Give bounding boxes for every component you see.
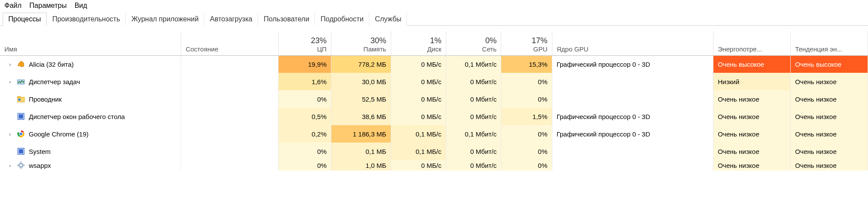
energy-cell: Очень низкое: [713, 125, 790, 143]
menubar: Файл Параметры Вид: [0, 0, 868, 12]
trend-cell: Очень низкое: [790, 160, 868, 170]
explorer-icon: [17, 95, 25, 103]
tab-users[interactable]: Пользователи: [258, 13, 315, 26]
tab-details[interactable]: Подробности: [315, 13, 369, 26]
col-gpu[interactable]: 17% GPU: [501, 31, 552, 55]
svg-rect-3: [18, 99, 21, 101]
trend-cell: Очень низкое: [790, 125, 868, 143]
cpu-cell: 0,5%: [278, 108, 331, 125]
mem-cell: 0,1 МБ: [331, 143, 391, 160]
net-cell: 0 Мбит/с: [446, 90, 501, 108]
col-name[interactable]: Имя: [0, 31, 181, 55]
tab-services[interactable]: Службы: [369, 13, 407, 26]
disk-cell: 0 МБ/с: [391, 160, 446, 170]
mem-cell: 778,2 МБ: [331, 55, 391, 73]
menu-file[interactable]: Файл: [4, 2, 21, 10]
table-row[interactable]: › System0%0,1 МБ0,1 МБ/с0 Мбит/с0%Очень …: [0, 143, 868, 160]
net-cell: 0,1 Мбит/с: [446, 125, 501, 143]
gear-icon: [17, 161, 25, 170]
cpu-cell: 0%: [278, 143, 331, 160]
col-state[interactable]: Состояние: [181, 31, 279, 55]
gpu-cell: 0%: [501, 143, 552, 160]
disk-cell: 0 МБ/с: [391, 55, 446, 73]
cpu-cell: 1,6%: [278, 73, 331, 90]
energy-cell: Очень низкое: [713, 160, 790, 170]
col-trend[interactable]: Тенденция эн...: [790, 31, 868, 55]
table-row[interactable]: › Alicia (32 бита)19,9%778,2 МБ0 МБ/с0,1…: [0, 55, 868, 73]
process-name: wsappx: [29, 162, 51, 169]
svg-point-12: [20, 164, 22, 167]
table-row[interactable]: › Диспетчер окон рабочего стола0,5%38,6 …: [0, 108, 868, 125]
process-name: System: [29, 148, 51, 155]
col-mem[interactable]: 30% Память: [331, 31, 391, 55]
process-name: Alicia (32 бита): [29, 61, 74, 68]
net-cell: 0 Мбит/с: [446, 73, 501, 90]
energy-cell: Очень высокое: [713, 55, 790, 73]
net-cell: 0 Мбит/с: [446, 108, 501, 125]
process-state: [181, 108, 279, 125]
gpucore-cell: [552, 143, 713, 160]
gpucore-cell: [552, 90, 713, 108]
col-net[interactable]: 0% Сеть: [446, 31, 501, 55]
expand-icon[interactable]: ›: [7, 162, 13, 169]
energy-cell: Очень низкое: [713, 143, 790, 160]
disk-cell: 0 МБ/с: [391, 73, 446, 90]
net-cell: 0 Мбит/с: [446, 143, 501, 160]
chrome-icon: [17, 129, 25, 138]
mem-cell: 1 186,3 МБ: [331, 125, 391, 143]
col-gpucore[interactable]: Ядро GPU: [552, 31, 713, 55]
cpu-cell: 19,9%: [278, 55, 331, 73]
col-cpu[interactable]: 23% ЦП: [278, 31, 331, 55]
svg-point-8: [20, 133, 22, 135]
process-state: [181, 143, 279, 160]
gpu-cell: 15,3%: [501, 55, 552, 73]
expand-icon[interactable]: ›: [7, 131, 13, 137]
disk-cell: 0 МБ/с: [391, 90, 446, 108]
gpucore-cell: [552, 160, 713, 170]
gpucore-cell: Графический процессор 0 - 3D: [552, 125, 713, 143]
svg-rect-2: [17, 96, 21, 98]
process-state: [181, 90, 279, 108]
table-row[interactable]: › wsappx0%1,0 МБ0 МБ/с0 Мбит/с0%Очень ни…: [0, 160, 868, 170]
disk-cell: 0,1 МБ/с: [391, 125, 446, 143]
col-energy[interactable]: Энергопотре...: [713, 31, 790, 55]
svg-rect-5: [19, 114, 23, 119]
process-name: Google Chrome (19): [29, 130, 89, 138]
menu-view[interactable]: Вид: [75, 2, 87, 10]
col-disk[interactable]: 1% Диск: [391, 31, 446, 55]
process-name: Диспетчер окон рабочего стола: [29, 113, 125, 120]
table-row[interactable]: › Проводник0%52,5 МБ0 МБ/с0 Мбит/с0%Очен…: [0, 90, 868, 108]
taskmgr-icon: [17, 77, 25, 86]
table-header-row: Имя Состояние 23% ЦП 30% Память 1% Диск …: [0, 31, 868, 55]
gpu-cell: 0%: [501, 125, 552, 143]
svg-rect-15: [17, 165, 19, 166]
menu-options[interactable]: Параметры: [29, 2, 66, 10]
trend-cell: Очень низкое: [790, 73, 868, 90]
tab-app-history[interactable]: Журнал приложений: [126, 13, 204, 26]
energy-cell: Низкий: [713, 73, 790, 90]
net-cell: 0 Мбит/с: [446, 160, 501, 170]
gpu-cell: 0%: [501, 90, 552, 108]
expand-icon[interactable]: ›: [7, 78, 13, 85]
table-row[interactable]: › Диспетчер задач1,6%30,0 МБ0 МБ/с0 Мбит…: [0, 73, 868, 90]
trend-cell: Очень низкое: [790, 143, 868, 160]
tab-startup[interactable]: Автозагрузка: [204, 13, 258, 26]
svg-rect-10: [19, 149, 23, 153]
table-row[interactable]: › Google Chrome (19)0,2%1 186,3 МБ0,1 МБ…: [0, 125, 868, 143]
trend-cell: Очень низкое: [790, 108, 868, 125]
disk-cell: 0 МБ/с: [391, 108, 446, 125]
cpu-cell: 0,2%: [278, 125, 331, 143]
tab-performance[interactable]: Производительность: [47, 13, 126, 26]
process-state: [181, 125, 279, 143]
tab-processes[interactable]: Процессы: [3, 13, 47, 26]
gpu-cell: 1,5%: [501, 108, 552, 125]
mem-cell: 1,0 МБ: [331, 160, 391, 170]
gpucore-cell: [552, 73, 713, 90]
gpucore-cell: Графический процессор 0 - 3D: [552, 55, 713, 73]
net-cell: 0,1 Мбит/с: [446, 55, 501, 73]
svg-rect-14: [21, 167, 21, 169]
process-name: Диспетчер задач: [29, 78, 80, 85]
gpu-cell: 0%: [501, 160, 552, 170]
gpucore-cell: Графический процессор 0 - 3D: [552, 108, 713, 125]
expand-icon[interactable]: ›: [7, 61, 13, 68]
